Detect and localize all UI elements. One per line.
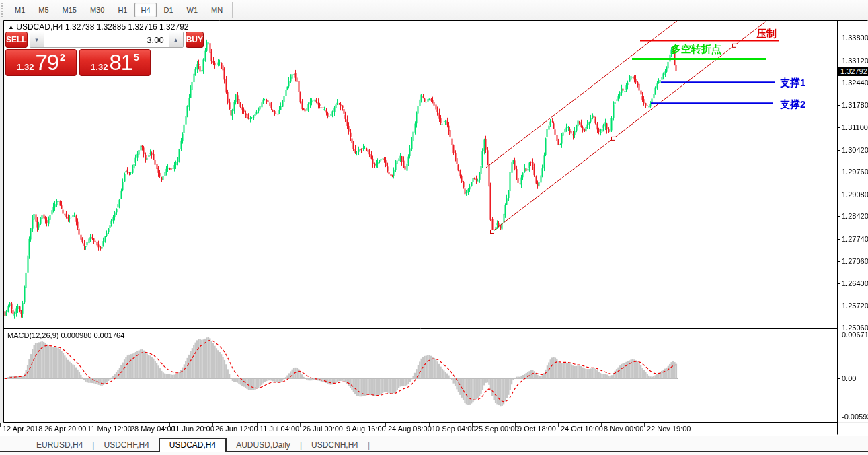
collapse-quotes-icon[interactable]: ▲: [8, 24, 14, 30]
macd-axis-label: 0.006718: [842, 330, 868, 339]
resistance-annotation-label[interactable]: 压制: [756, 28, 777, 40]
time-axis-label: 22 Nov 19:00: [647, 425, 691, 433]
price-axis-label: 1.25720: [842, 302, 868, 310]
toolbar-grip-handle[interactable]: [1, 3, 5, 18]
chart-symbol-label: USDCAD,H4: [16, 22, 63, 32]
tab-separator: |: [368, 440, 370, 451]
sell-price-prefix: 1.32: [17, 62, 34, 72]
buy-button[interactable]: BUY: [186, 32, 204, 48]
time-axis-label: 26 Jun 12:00: [215, 425, 258, 433]
chart-tab-usdchf[interactable]: USDCHF,H4: [94, 438, 158, 451]
chart-tab-audusd[interactable]: AUDUSD,Daily: [227, 438, 300, 451]
buy-price-prefix: 1.32: [91, 62, 108, 72]
timeframe-button-d1[interactable]: D1: [158, 3, 180, 18]
time-axis-label: 26 Jul 00:00: [303, 425, 343, 433]
price-axis-label: 1.29760: [842, 168, 868, 176]
time-axis-label: 9 Aug 16:00: [346, 425, 386, 433]
price-axis-label: 1.26400: [842, 279, 868, 287]
price-axis-label: 1.33800: [842, 34, 868, 42]
toolbar-divider: [232, 2, 233, 18]
buy-price-big: 81: [109, 50, 132, 75]
time-axis-label: 24 Aug 08:00: [388, 425, 432, 433]
chart-tab-usdcad[interactable]: USDCAD,H4: [159, 438, 227, 452]
one-click-trading-panel: SELL ▼ ▲ BUY 1.32 79 2 1.32 81 5: [5, 32, 153, 76]
support2-annotation-label[interactable]: 支撑2: [780, 98, 805, 111]
price-axis-label: 1.31100: [842, 123, 868, 131]
time-axis-label: 26 Apr 20:00: [44, 425, 86, 433]
price-axis-label: 1.30420: [842, 146, 868, 154]
chart-tab-eurusd[interactable]: EURUSD,H4: [27, 438, 92, 451]
price-axis-label: 1.27060: [842, 257, 868, 265]
sell-price-sup: 2: [60, 52, 65, 63]
time-axis-label: 11 Jul 04:00: [260, 425, 299, 433]
time-axis-label: 8 Nov 00:00: [604, 425, 643, 433]
price-axis-label: 1.32440: [842, 79, 868, 87]
price-axis-label: 1.27740: [842, 235, 868, 243]
timeframe-button-m5[interactable]: M5: [32, 3, 54, 18]
sell-price-box[interactable]: 1.32 79 2: [5, 49, 77, 76]
chart-title: ▲ USDCAD,H4 1.32738 1.32885 1.32716 1.32…: [8, 22, 188, 32]
timeframe-button-w1[interactable]: W1: [181, 3, 204, 18]
time-axis-label: 24 Oct 10:00: [561, 425, 603, 433]
volume-decrease-icon[interactable]: ▼: [30, 32, 44, 47]
time-axis-label: 11 May 12:00: [87, 425, 132, 433]
macd-axis-label: 0.00: [842, 374, 856, 382]
volume-input[interactable]: [44, 32, 169, 47]
time-axis-label: 28 May 04:00: [130, 425, 175, 433]
chart-tab-usdcnh[interactable]: USDCNH,H4: [302, 438, 368, 451]
price-axis-label: 1.33120: [842, 57, 868, 65]
pivot-annotation-label[interactable]: 多空转折点: [671, 43, 721, 56]
timeframe-toolbar: M1M5M15M30H1H4D1W1MN: [0, 0, 868, 20]
sell-button[interactable]: SELL: [5, 32, 28, 48]
volume-increase-icon[interactable]: ▲: [169, 32, 183, 47]
macd-indicator-label: MACD(12,26,9) 0.000980 0.001764: [7, 331, 124, 339]
support1-annotation-label[interactable]: 支撑1: [780, 77, 805, 90]
timeframe-button-m30[interactable]: M30: [84, 3, 110, 18]
chart-tab-bar: EURUSD,H4|USDCHF,H4USDCAD,H4AUDUSD,Daily…: [0, 436, 868, 455]
time-axis-label: 9 Oct 18:00: [518, 425, 556, 433]
buy-price-box[interactable]: 1.32 81 5: [79, 49, 151, 76]
macd-axis-label: -0.005925: [842, 413, 868, 421]
time-axis-label: 25 Sep 00:00: [475, 425, 518, 433]
timeframe-button-h1[interactable]: H1: [112, 3, 133, 18]
timeframe-button-mn[interactable]: MN: [205, 3, 229, 18]
timeframe-button-h4[interactable]: H4: [134, 3, 156, 18]
buy-price-sup: 5: [134, 52, 139, 63]
price-axis-label: 1.29080: [842, 190, 868, 199]
time-axis-label: 11 Jun 20:00: [172, 425, 214, 433]
macd-main-value: 0.000980: [61, 331, 91, 339]
price-axis-label: 1.31780: [842, 101, 868, 109]
macd-signal-value: 0.001764: [93, 331, 124, 339]
chart-ohlc-values: 1.32738 1.32885 1.32716 1.32792: [65, 22, 189, 32]
sell-price-big: 79: [35, 50, 58, 75]
timeframe-buttons: M1M5M15M30H1H4D1W1MN: [8, 3, 229, 18]
time-axis-label: 12 Apr 2018: [3, 425, 42, 433]
time-axis-label: 10 Sep 04:00: [432, 425, 475, 433]
timeframe-button-m1[interactable]: M1: [9, 3, 31, 18]
price-axis-label: 1.28420: [842, 212, 868, 220]
volume-stepper: ▼ ▲: [30, 32, 184, 48]
timeframe-button-m15[interactable]: M15: [56, 3, 83, 18]
current-price-tag: 1.32792: [838, 67, 868, 76]
